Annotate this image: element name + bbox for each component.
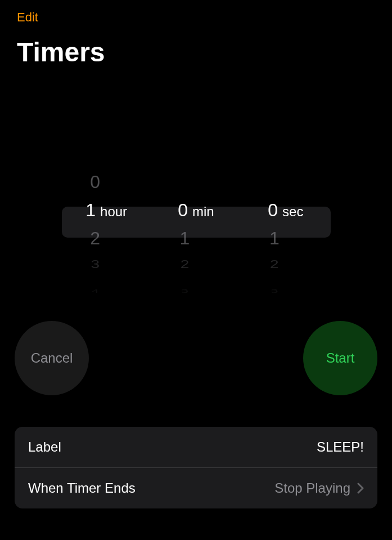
when-timer-ends-title: When Timer Ends <box>28 480 136 496</box>
hours-picker-column[interactable]: 0 1 hour 2 3 4 <box>62 169 151 304</box>
picker-hour-option: 2 <box>90 228 100 249</box>
time-picker[interactable]: 0 1 hour 2 3 4 0 min 1 2 3 <box>62 169 331 304</box>
picker-hour-option: 0 <box>90 172 100 193</box>
when-timer-ends-value: Stop Playing <box>274 480 350 496</box>
label-row-value: SLEEP! <box>317 439 364 455</box>
picker-hour-option: 3 <box>91 258 100 271</box>
chevron-right-icon <box>357 483 364 494</box>
timer-settings-list: Label SLEEP! When Timer Ends Stop Playin… <box>15 427 377 508</box>
picker-min-selected: 0 <box>178 200 188 221</box>
minutes-picker-column[interactable]: 0 min 1 2 3 <box>151 169 241 304</box>
picker-sec-option: 1 <box>269 228 280 249</box>
picker-hour-option: 4 <box>91 288 98 294</box>
picker-sec-option <box>272 172 277 193</box>
page-title: Timers <box>17 37 105 68</box>
cancel-button[interactable]: Cancel <box>15 321 89 395</box>
picker-min-option: 1 <box>180 228 190 249</box>
label-row-title: Label <box>28 439 61 455</box>
picker-sec-unit: sec <box>282 204 303 220</box>
edit-button[interactable]: Edit <box>17 10 38 25</box>
picker-min-option <box>182 172 187 193</box>
picker-hour-unit: hour <box>100 204 127 220</box>
picker-hour-selected: 1 <box>85 200 96 221</box>
picker-min-unit: min <box>192 204 214 220</box>
label-row[interactable]: Label SLEEP! <box>15 427 377 467</box>
picker-sec-option: 2 <box>270 258 279 271</box>
when-timer-ends-row[interactable]: When Timer Ends Stop Playing <box>15 467 377 508</box>
picker-min-option: 3 <box>181 288 188 294</box>
start-button[interactable]: Start <box>303 321 377 395</box>
picker-sec-selected: 0 <box>268 200 278 221</box>
picker-min-option: 2 <box>181 258 190 271</box>
seconds-picker-column[interactable]: 0 sec 1 2 3 <box>241 169 330 304</box>
picker-sec-option: 3 <box>271 288 278 294</box>
